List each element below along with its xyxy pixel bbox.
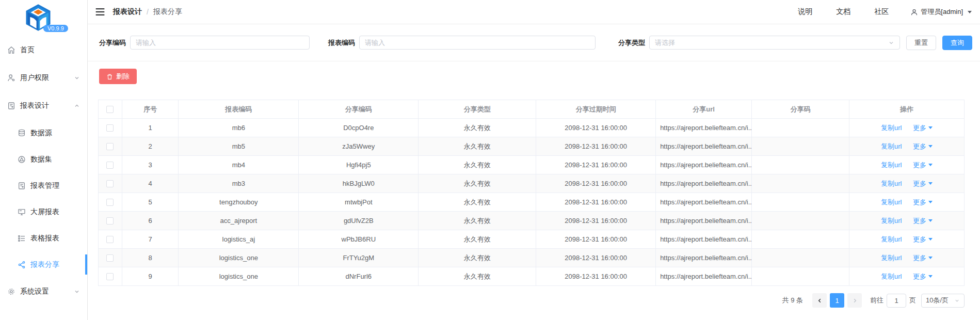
- more-link[interactable]: 更多: [913, 123, 933, 133]
- copy-url-link[interactable]: 复制url: [881, 273, 902, 280]
- cell-share-url: https://ajreport.beliefteam.cn/i...: [656, 174, 752, 193]
- cell-report-code: logistics_one: [179, 249, 299, 267]
- copy-url-link[interactable]: 复制url: [881, 124, 902, 132]
- cell-expire-time: 2098-12-31 16:00:00: [536, 156, 656, 174]
- share-code-label: 分享编码: [99, 38, 126, 47]
- cell-share-code: wPbJB6RU: [299, 230, 419, 249]
- sidebar-item-report-share[interactable]: 报表分享: [0, 251, 87, 278]
- row-checkbox[interactable]: [106, 254, 114, 262]
- cell-share-type: 永久有效: [419, 230, 536, 249]
- more-link[interactable]: 更多: [913, 253, 933, 263]
- table-row: 4 mb3 hkBJgLW0 永久有效 2098-12-31 16:00:00 …: [99, 174, 965, 193]
- chevron-down-icon: [74, 289, 80, 295]
- report-code-input[interactable]: [359, 36, 596, 50]
- col-header-share-type: 分享类型: [419, 100, 536, 119]
- more-caret-icon: [928, 145, 933, 148]
- more-caret-icon: [928, 201, 933, 203]
- cell-share-type: 永久有效: [419, 119, 536, 137]
- copy-url-link[interactable]: 复制url: [881, 142, 902, 150]
- sidebar-item-big-screen[interactable]: 大屏报表: [0, 199, 87, 225]
- row-checkbox[interactable]: [106, 199, 114, 206]
- sidebar-item-dataset[interactable]: 数据集: [0, 146, 87, 172]
- report-design-icon: [7, 102, 15, 110]
- delete-button[interactable]: 删除: [99, 69, 137, 84]
- share-icon: [18, 261, 26, 269]
- community-link[interactable]: 社区: [874, 7, 889, 17]
- sidebar-item-system-setting[interactable]: 系统设置: [0, 278, 87, 306]
- col-header-index: 序号: [122, 100, 178, 119]
- row-checkbox[interactable]: [106, 217, 114, 225]
- copy-url-link[interactable]: 复制url: [881, 198, 902, 206]
- sidebar-item-label: 系统设置: [20, 287, 49, 296]
- row-checkbox[interactable]: [106, 273, 114, 280]
- more-link[interactable]: 更多: [913, 142, 933, 151]
- page-size-value: 10条/页: [926, 296, 949, 305]
- table-body: 1 mb6 D0cpO4re 永久有效 2098-12-31 16:00:00 …: [99, 119, 965, 286]
- row-checkbox[interactable]: [106, 180, 114, 187]
- copy-url-link[interactable]: 复制url: [881, 217, 902, 225]
- logo: V0.9.9: [0, 0, 87, 36]
- goto-page-input[interactable]: [887, 294, 906, 308]
- help-link[interactable]: 说明: [798, 7, 812, 17]
- cell-expire-time: 2098-12-31 16:00:00: [536, 230, 656, 249]
- database-icon: [18, 129, 26, 137]
- cell-share-code: Hgfi4pj5: [299, 156, 419, 174]
- cell-operations: 复制url 更多: [849, 230, 965, 249]
- reset-button[interactable]: 重置: [906, 36, 936, 50]
- more-link[interactable]: 更多: [913, 235, 933, 244]
- search-button[interactable]: 查询: [942, 36, 972, 50]
- row-checkbox[interactable]: [106, 236, 114, 243]
- more-link[interactable]: 更多: [913, 161, 933, 170]
- col-header-report-code: 报表编码: [179, 100, 299, 119]
- copy-url-link[interactable]: 复制url: [881, 161, 902, 169]
- copy-url-link[interactable]: 复制url: [881, 180, 902, 187]
- prev-page-button[interactable]: [812, 293, 827, 308]
- cell-share-code: gdUfvZ2B: [299, 212, 419, 230]
- col-header-ops: 操作: [849, 100, 965, 119]
- page-size-select[interactable]: 10条/页: [921, 294, 965, 308]
- more-caret-icon: [928, 275, 933, 278]
- select-all-checkbox[interactable]: [106, 106, 114, 113]
- more-caret-icon: [928, 164, 933, 166]
- next-page-button[interactable]: [847, 293, 862, 308]
- share-code-input[interactable]: [130, 36, 310, 50]
- more-caret-icon: [928, 219, 933, 222]
- copy-url-link[interactable]: 复制url: [881, 235, 902, 243]
- cell-share-pass: [752, 119, 849, 137]
- sidebar-item-grid-report[interactable]: 表格报表: [0, 225, 87, 251]
- sidebar-item-datasource[interactable]: 数据源: [0, 120, 87, 146]
- sidebar-item-label: 大屏报表: [30, 207, 59, 217]
- share-table: 序号 报表编码 分享编码 分享类型 分享过期时间 分享url 分享码 操作 1 …: [98, 100, 965, 286]
- share-type-select[interactable]: 请选择: [649, 36, 900, 50]
- sidebar-item-home[interactable]: 首页: [0, 36, 87, 64]
- hamburger-menu-icon[interactable]: [95, 7, 105, 17]
- page-number-button[interactable]: 1: [830, 293, 844, 308]
- cell-share-type: 永久有效: [419, 137, 536, 156]
- row-checkbox[interactable]: [106, 124, 114, 132]
- sidebar-item-user-permission[interactable]: 用户权限: [0, 64, 87, 92]
- more-link[interactable]: 更多: [913, 216, 933, 226]
- cell-index: 5: [122, 193, 178, 212]
- cell-index: 9: [122, 267, 178, 286]
- row-checkbox[interactable]: [106, 162, 114, 169]
- table-row: 2 mb5 zJa5Wwey 永久有效 2098-12-31 16:00:00 …: [99, 137, 965, 156]
- more-link[interactable]: 更多: [913, 198, 933, 207]
- sidebar-item-report-design[interactable]: 报表设计: [0, 92, 87, 120]
- more-link[interactable]: 更多: [913, 272, 933, 281]
- user-menu[interactable]: 管理员[admin]: [910, 7, 972, 17]
- more-link[interactable]: 更多: [913, 179, 933, 188]
- cell-share-type: 永久有效: [419, 249, 536, 267]
- cell-expire-time: 2098-12-31 16:00:00: [536, 137, 656, 156]
- breadcrumb-section[interactable]: 报表设计: [113, 7, 142, 17]
- sidebar-item-report-manage[interactable]: 报表管理: [0, 172, 87, 199]
- docs-link[interactable]: 文档: [836, 7, 850, 17]
- row-checkbox[interactable]: [106, 143, 114, 150]
- cell-share-code: hkBJgLW0: [299, 174, 419, 193]
- user-icon: [910, 8, 918, 16]
- table-row: 5 tengzhouboy mtwbjPot 永久有效 2098-12-31 1…: [99, 193, 965, 212]
- cell-share-code: dNrFurl6: [299, 267, 419, 286]
- sidebar-item-label: 数据源: [30, 129, 52, 138]
- copy-url-link[interactable]: 复制url: [881, 254, 902, 262]
- cell-report-code: tengzhouboy: [179, 193, 299, 212]
- cell-share-type: 永久有效: [419, 193, 536, 212]
